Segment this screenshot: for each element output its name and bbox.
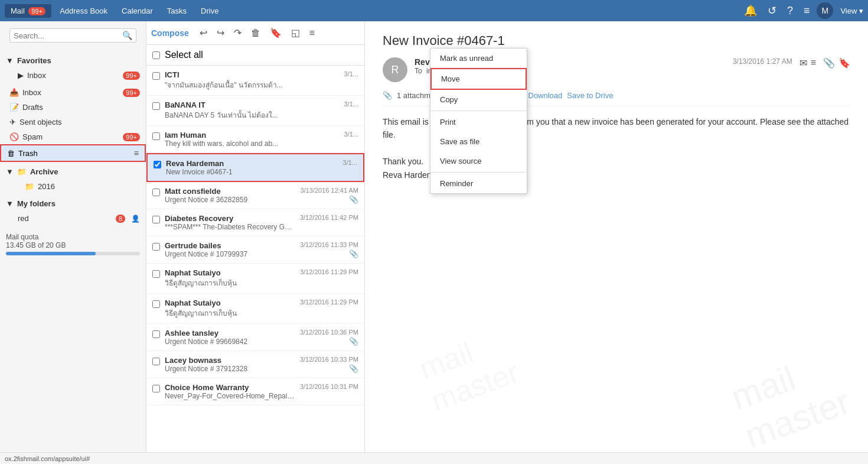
refresh-icon[interactable]: ↺	[764, 3, 780, 18]
nav-mail[interactable]: Mail 99+	[5, 4, 51, 18]
spam-icon: 🚫	[9, 132, 19, 141]
sidebar-item-inbox-fav[interactable]: ▶ Inbox 99+	[12, 68, 146, 83]
delete-button[interactable]: 🗑	[247, 25, 264, 41]
email-checkbox[interactable]	[152, 216, 160, 223]
add-folder-icon[interactable]: 👤	[131, 215, 140, 223]
watermark-1: mailmaster	[726, 343, 856, 456]
sidebar-item-spam[interactable]: 🚫 Spam 99+	[0, 129, 146, 144]
notification-icon[interactable]: 🔔	[740, 3, 761, 18]
email-sender: Lacey bownass	[165, 356, 295, 365]
email-checkbox[interactable]	[152, 330, 160, 338]
email-checkbox[interactable]	[152, 243, 160, 251]
email-sender: Choice Home Warranty	[165, 383, 295, 392]
table-row[interactable]: Choice Home Warranty Never_Pay-For_Cover…	[146, 378, 364, 405]
menu-item-reminder[interactable]: Reminder	[430, 174, 527, 193]
email-date: 3/1...	[344, 100, 358, 108]
menu-item-save-file[interactable]: Save as file	[430, 132, 527, 151]
reply-button[interactable]: ↩	[196, 25, 211, 41]
more-button[interactable]: ≡	[306, 25, 318, 41]
flag-button[interactable]: 🔖	[266, 25, 285, 41]
search-area: 🔍	[0, 21, 146, 52]
email-checkbox[interactable]	[152, 189, 160, 196]
sidebar: 🔍 ▼ Favorites ▶ Inbox 99+ 📥 Inbox 99+	[0, 21, 146, 464]
table-row[interactable]: Diabetes Recovery ***SPAM*** The-Diabete…	[146, 209, 364, 236]
email-checkbox[interactable]	[152, 385, 160, 392]
more-email-icon[interactable]: ≡	[811, 57, 816, 69]
quota-value: 13.45 GB of 20 GB	[6, 241, 140, 249]
table-row[interactable]: ICTI "จากมันสมองสู่ก้อนเนื้อ" นวัตกรรมด้…	[146, 66, 364, 96]
menu-item-move[interactable]: Move	[430, 68, 527, 90]
sidebar-item-sent[interactable]: ✈ Sent objects	[0, 115, 146, 129]
table-row[interactable]: Naphat Sutaiyo วิธีดูสัญญาณการเก็บหุ้น 3…	[146, 294, 364, 324]
email-checkbox[interactable]	[152, 132, 160, 140]
attachment-save-drive[interactable]: Save to Drive	[567, 91, 613, 100]
sidebar-item-inbox[interactable]: 📥 Inbox 99+	[0, 85, 146, 100]
email-checkbox[interactable]	[152, 270, 160, 278]
quota-fill	[6, 252, 96, 255]
sidebar-item-2016[interactable]: 📁 2016	[19, 179, 146, 194]
email-checkbox[interactable]	[152, 300, 160, 308]
email-date: 3/1...	[344, 131, 358, 138]
search-box[interactable]: 🔍	[9, 28, 136, 43]
table-row-selected[interactable]: Reva Hardeman New Invoice #0467-1 3/1...	[146, 153, 364, 182]
email-date: 3/12/2016 11:42 PM	[300, 214, 358, 221]
reply-all-button[interactable]: ↪	[213, 25, 228, 41]
trash-menu-icon[interactable]: ≡	[134, 148, 139, 158]
paperclip-icon: 📎	[823, 57, 835, 69]
spam-badge: 99+	[123, 133, 140, 141]
email-checkbox[interactable]	[152, 358, 160, 365]
email-date: 3/1...	[344, 70, 358, 77]
search-input[interactable]	[14, 31, 122, 40]
email-sender: Reva Hardeman	[166, 159, 338, 168]
archive-section: ▼ 📁 Archive 📁 2016	[0, 163, 146, 195]
menu-item-print[interactable]: Print	[430, 112, 527, 132]
email-sender: Naphat Sutaiyo	[165, 268, 295, 277]
table-row[interactable]: Naphat Sutaiyo วิธีดูสัญญาณการเก็บหุ้น 3…	[146, 264, 364, 294]
email-toolbar: Compose ↩ ↪ ↷ 🗑 🔖 ◱ ≡	[146, 21, 364, 45]
email-checkbox[interactable]	[152, 72, 160, 80]
sidebar-item-red[interactable]: red 8 👤	[12, 211, 146, 226]
table-row[interactable]: Matt consfielde Urgent Notice # 36282859…	[146, 182, 364, 209]
table-row[interactable]: Gertrude bailes Urgent Notice # 10799937…	[146, 236, 364, 264]
table-row[interactable]: Ashlee tansley Urgent Notice # 99669842 …	[146, 324, 364, 351]
email-date: 3/12/2016 10:31 PM	[300, 383, 358, 390]
select-all-checkbox[interactable]	[152, 51, 160, 59]
table-row[interactable]: Lacey bownass Urgent Notice # 37912328 3…	[146, 351, 364, 378]
menu-item-copy[interactable]: Copy	[430, 90, 527, 109]
nav-icons: 🔔 ↺ ? ≡ M	[740, 2, 834, 19]
email-sender: Iam Human	[165, 131, 340, 139]
reply-email-icon[interactable]: ✉	[800, 57, 807, 69]
menu-item-view-source[interactable]: View source	[430, 151, 527, 171]
top-navigation: Mail 99+ Address Book Calendar Tasks Dri…	[0, 0, 868, 21]
archive-button[interactable]: ◱	[288, 25, 304, 41]
compose-button[interactable]: Compose	[151, 28, 189, 38]
my-folders-header[interactable]: ▼ My folders	[0, 196, 146, 211]
help-icon[interactable]: ?	[784, 4, 797, 18]
mail-badge: 99+	[28, 7, 45, 15]
email-checkbox[interactable]	[154, 161, 161, 168]
nav-addressbook[interactable]: Address Book	[54, 4, 113, 18]
email-sender: Gertrude bailes	[165, 241, 295, 250]
forward-button[interactable]: ↷	[230, 25, 245, 41]
email-checkbox[interactable]	[152, 102, 160, 110]
email-subject: Urgent Notice # 10799937	[165, 250, 295, 258]
nav-drive[interactable]: Drive	[195, 4, 224, 18]
attachment-download[interactable]: Download	[528, 91, 563, 100]
quota-bar	[6, 252, 140, 255]
nav-calendar[interactable]: Calendar	[116, 4, 159, 18]
view-button[interactable]: View ▾	[840, 7, 863, 15]
menu-item-mark-unread[interactable]: Mark as unread	[430, 48, 527, 68]
attachment-icon: 📎	[349, 337, 358, 346]
email-date: 3/13/2016 12:41 AM	[301, 187, 358, 194]
email-actions: ✉ ≡ 📎 🔖	[800, 57, 850, 69]
archive-header[interactable]: ▼ 📁 Archive	[0, 164, 146, 179]
bookmark-email-icon[interactable]: 🔖	[838, 57, 850, 69]
table-row[interactable]: BaNANA IT BaNANA DAY 5 วันเท่านั้น ไม่ต้…	[146, 96, 364, 126]
sidebar-item-trash[interactable]: 🗑 Trash ≡	[0, 144, 146, 162]
table-row[interactable]: Iam Human They kill with wars, alcohol a…	[146, 126, 364, 153]
sidebar-item-drafts[interactable]: 📝 Drafts	[0, 100, 146, 115]
user-icon[interactable]: M	[817, 2, 833, 19]
menu-icon[interactable]: ≡	[800, 4, 814, 18]
nav-tasks[interactable]: Tasks	[161, 4, 192, 18]
favorites-header[interactable]: ▼ Favorites	[0, 53, 146, 68]
